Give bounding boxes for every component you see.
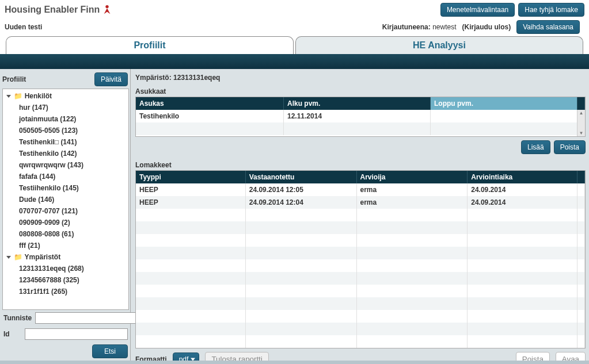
sidebar-item-person[interactable]: Testihenkilo (142)	[3, 148, 128, 159]
folder-icon: 📁	[14, 92, 22, 100]
table-row	[136, 335, 585, 348]
table-row	[136, 209, 585, 221]
profile-tree[interactable]: 📁 Henkilöt hur (147)jotainmuuta (122)050…	[2, 89, 129, 310]
sidebar: Profiilit Päivitä 📁 Henkilöt hur (147)jo…	[0, 69, 131, 361]
sidebar-item-person[interactable]: Testihenkil□ (141)	[3, 136, 128, 148]
tunniste-label: Tunniste	[3, 314, 32, 322]
table-row	[136, 285, 585, 297]
tab-underbar	[0, 54, 589, 69]
chevron-down-icon	[6, 95, 11, 98]
table-row[interactable]: HEEP24.09.2014 12:05erma24.09.2014	[136, 183, 585, 196]
format-select[interactable]: pdf	[173, 352, 200, 361]
col-arviointiaika[interactable]: Arviointiaika	[468, 171, 577, 183]
blank-form-button[interactable]: Hae tyhjä lomake	[518, 3, 584, 17]
method-selection-button[interactable]: Menetelmävalintaan	[440, 3, 515, 17]
col-asukas[interactable]: Asukas	[136, 97, 284, 110]
sidebar-title: Profiilit	[2, 75, 26, 83]
sidebar-item-person[interactable]: fafafa (144)	[3, 171, 128, 182]
delete-form-button[interactable]: Poista	[516, 352, 550, 361]
asukkaat-label: Asukkaat	[135, 85, 586, 97]
cell-tyyppi: HEEP	[136, 183, 246, 196]
table-row[interactable]: HEEP24.09.2014 12:04erma24.09.2014	[136, 196, 585, 209]
cell-aika: 24.09.2014	[468, 196, 577, 209]
sidebar-item-person[interactable]: fff (21)	[3, 240, 128, 251]
col-blank	[577, 97, 585, 110]
print-report-button[interactable]: Tulosta raportti	[205, 352, 268, 361]
sidebar-item-person[interactable]: 050505-0505 (123)	[3, 125, 128, 136]
lomakkeet-label: Lomakkeet	[135, 159, 586, 170]
table-row	[136, 234, 585, 247]
tab-he-analyysi[interactable]: HE Analyysi	[295, 36, 583, 54]
add-button[interactable]: Lisää	[521, 140, 550, 154]
table-row	[136, 259, 585, 272]
table-row	[136, 221, 585, 234]
formaatti-label: Formaatti	[135, 355, 167, 361]
sidebar-item-person[interactable]: 090909-0909 (2)	[3, 217, 128, 228]
id-label: Id	[3, 330, 21, 338]
table-row	[136, 272, 585, 285]
col-blank	[577, 171, 585, 183]
cell-aika: 24.09.2014	[468, 183, 577, 196]
table-row	[136, 122, 585, 135]
main-panel: Ympäristö: 12313131eqeq Asukkaat Asukas …	[131, 69, 589, 361]
change-password-button[interactable]: Vaihda salasana	[516, 20, 580, 34]
cell-alku: 12.11.2014	[284, 110, 431, 122]
logout-link[interactable]: (Kirjaudu ulos)	[462, 23, 511, 31]
cell-vastaanotettu: 24.09.2014 12:05	[246, 183, 357, 196]
table-row	[136, 297, 585, 310]
sidebar-item-person[interactable]: jotainmuuta (122)	[3, 113, 128, 125]
folder-envs[interactable]: 📁 Ympäristöt	[3, 251, 128, 263]
sidebar-item-person[interactable]: Testiihenkilo (145)	[3, 182, 128, 194]
chevron-down-icon	[6, 256, 11, 259]
sidebar-item-env[interactable]: 12313131eqeq (268)	[3, 263, 128, 274]
sidebar-item-person[interactable]: hur (147)	[3, 102, 128, 113]
cell-loppu	[431, 110, 577, 122]
folder-icon: 📁	[14, 253, 22, 261]
open-form-button[interactable]: Avaa	[556, 352, 586, 361]
refresh-button[interactable]: Päivitä	[94, 72, 128, 86]
cell-vastaanotettu: 24.09.2014 12:04	[246, 196, 357, 209]
asukkaat-grid[interactable]: Asukas Alku pvm. Loppu pvm. Testihenkilo…	[135, 97, 586, 137]
col-vastaanotettu[interactable]: Vastaanotettu	[246, 171, 357, 183]
folder-people[interactable]: 📁 Henkilöt	[3, 90, 128, 102]
app-header: Housing Enabler Finn Menetelmävalintaan …	[0, 0, 589, 54]
cell-asukas: Testihenkilo	[136, 110, 284, 122]
col-loppu-pvm[interactable]: Loppu pvm.	[431, 97, 577, 110]
table-row	[136, 247, 585, 259]
sidebar-item-person[interactable]: 080808-0808 (61)	[3, 228, 128, 240]
cell-arvioija: erma	[357, 183, 468, 196]
sidebar-item-env[interactable]: 131r1f1f1 (265)	[3, 286, 128, 297]
tab-profiilit[interactable]: Profiilit	[6, 36, 294, 54]
logo-icon	[102, 5, 112, 15]
scroll-up-icon[interactable]: ▲	[577, 110, 585, 116]
table-row	[136, 323, 585, 335]
col-arvioija[interactable]: Arvioija	[357, 171, 468, 183]
scroll-down-icon[interactable]: ▼	[577, 130, 585, 136]
svg-point-0	[106, 5, 109, 8]
sidebar-item-person[interactable]: qwrqwrqwqrw (143)	[3, 159, 128, 171]
sidebar-item-env[interactable]: 12345667888 (325)	[3, 274, 128, 286]
table-row[interactable]: Testihenkilo12.11.2014	[136, 110, 585, 122]
login-info: Kirjautuneena: newtest (Kirjaudu ulos) V…	[382, 20, 580, 34]
search-button[interactable]: Etsi	[92, 344, 128, 358]
remove-button[interactable]: Poista	[554, 140, 586, 154]
sidebar-item-person[interactable]: Dude (146)	[3, 194, 128, 205]
table-row	[136, 310, 585, 323]
cell-tyyppi: HEEP	[136, 196, 246, 209]
cell-arvioija: erma	[357, 196, 468, 209]
col-tyyppi[interactable]: Tyyppi	[136, 171, 246, 183]
sidebar-item-person[interactable]: 070707-0707 (121)	[3, 205, 128, 217]
app-title: Housing Enabler Finn	[5, 5, 112, 15]
environment-title: Ympäristö: 12313131eqeq	[135, 72, 586, 85]
page-subtitle: Uuden testi	[5, 23, 42, 31]
lomakkeet-grid[interactable]: Tyyppi Vastaanotettu Arvioija Arviointia…	[135, 170, 586, 348]
tunniste-input[interactable]	[35, 312, 138, 324]
col-alku-pvm[interactable]: Alku pvm.	[284, 97, 431, 110]
id-input[interactable]	[25, 328, 128, 340]
